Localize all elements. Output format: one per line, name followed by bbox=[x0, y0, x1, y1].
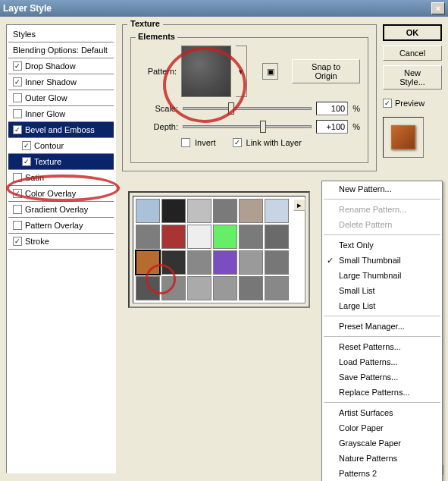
menu-item-text-only[interactable]: Text Only bbox=[322, 237, 442, 253]
new-pattern-icon-button[interactable]: ▣ bbox=[262, 63, 278, 80]
pattern-swatch-cell[interactable] bbox=[239, 225, 263, 249]
style-item-pattern-overlay[interactable]: Pattern Overlay bbox=[8, 218, 114, 234]
pattern-swatch-cell[interactable] bbox=[136, 250, 160, 275]
new-style-button[interactable]: New Style... bbox=[383, 65, 442, 90]
pattern-swatch-cell[interactable] bbox=[136, 199, 160, 223]
menu-item-label: Small Thumbnail bbox=[339, 256, 401, 265]
pattern-swatch-cell[interactable] bbox=[187, 276, 211, 300]
pattern-swatch[interactable] bbox=[181, 46, 231, 97]
style-checkbox[interactable] bbox=[13, 77, 22, 86]
pattern-swatch-cell[interactable] bbox=[187, 199, 211, 223]
menu-separator bbox=[324, 199, 440, 200]
menu-item-save-patterns[interactable]: Save Patterns... bbox=[322, 369, 442, 385]
menu-item-reset-patterns[interactable]: Reset Patterns... bbox=[322, 339, 442, 354]
style-item-bevel-and-emboss[interactable]: Bevel and Emboss bbox=[8, 122, 114, 138]
pattern-swatch-cell[interactable] bbox=[265, 199, 289, 223]
style-checkbox[interactable] bbox=[13, 237, 22, 246]
menu-item-small-thumbnail[interactable]: ✓Small Thumbnail bbox=[322, 253, 442, 268]
menu-item-label: Text Only bbox=[339, 240, 374, 250]
menu-separator bbox=[324, 336, 440, 337]
style-item-stroke[interactable]: Stroke bbox=[8, 234, 114, 250]
style-checkbox[interactable] bbox=[13, 205, 22, 214]
pattern-swatch-cell[interactable] bbox=[213, 199, 237, 223]
ok-button[interactable]: OK bbox=[383, 24, 442, 41]
scale-slider[interactable] bbox=[183, 107, 312, 110]
menu-item-artist-surfaces[interactable]: Artist Surfaces bbox=[322, 405, 442, 420]
pattern-swatch-cell[interactable] bbox=[265, 276, 289, 300]
pattern-context-menu: New Pattern...Rename Pattern...Delete Pa… bbox=[321, 181, 443, 481]
pattern-swatch-cell[interactable] bbox=[213, 225, 237, 249]
pattern-swatch-cell[interactable] bbox=[265, 250, 289, 275]
pattern-swatch-cell[interactable] bbox=[239, 276, 263, 300]
pattern-swatch-cell[interactable] bbox=[161, 250, 186, 275]
pattern-swatch-cell[interactable] bbox=[161, 225, 186, 249]
style-item-inner-shadow[interactable]: Inner Shadow bbox=[8, 74, 114, 90]
pattern-swatch-cell[interactable] bbox=[265, 225, 289, 249]
pattern-swatch-cell[interactable] bbox=[187, 225, 211, 249]
style-checkbox[interactable] bbox=[13, 93, 22, 102]
style-label: Contour bbox=[34, 141, 64, 150]
pattern-swatch-cell[interactable] bbox=[161, 276, 186, 300]
pattern-swatch-cell[interactable] bbox=[136, 225, 160, 249]
pattern-swatch-cell[interactable] bbox=[213, 250, 237, 275]
snap-to-origin-button[interactable]: Snap to Origin bbox=[292, 59, 360, 83]
pattern-picker-panel: ▸ bbox=[128, 191, 310, 308]
menu-item-preset-manager[interactable]: Preset Manager... bbox=[322, 319, 442, 334]
style-item-outer-glow[interactable]: Outer Glow bbox=[8, 90, 114, 106]
scale-pct: % bbox=[352, 104, 360, 113]
style-checkbox[interactable] bbox=[13, 109, 22, 118]
style-item-contour[interactable]: Contour bbox=[8, 138, 114, 154]
pattern-swatch-cell[interactable] bbox=[136, 276, 160, 300]
pattern-menu-button[interactable]: ▸ bbox=[293, 199, 305, 211]
close-button[interactable]: × bbox=[431, 2, 445, 14]
depth-input[interactable] bbox=[316, 120, 348, 134]
menu-item-label: Patterns 2 bbox=[339, 469, 377, 478]
style-item-inner-glow[interactable]: Inner Glow bbox=[8, 106, 114, 122]
styles-header[interactable]: Styles bbox=[8, 27, 114, 42]
pattern-swatch-cell[interactable] bbox=[187, 250, 211, 275]
pattern-swatch-cell[interactable] bbox=[239, 250, 263, 275]
new-doc-icon: ▣ bbox=[267, 67, 274, 77]
style-label: Bevel and Emboss bbox=[25, 125, 95, 134]
preview-checkbox[interactable] bbox=[383, 99, 392, 108]
pattern-dropdown[interactable]: ▾ bbox=[236, 46, 247, 97]
menu-item-nature-patterns[interactable]: Nature Patterns bbox=[322, 451, 442, 466]
menu-item-color-paper[interactable]: Color Paper bbox=[322, 420, 442, 435]
style-checkbox[interactable] bbox=[22, 157, 31, 166]
invert-checkbox[interactable] bbox=[181, 138, 190, 147]
style-item-texture[interactable]: Texture bbox=[8, 154, 114, 170]
pattern-swatch-cell[interactable] bbox=[239, 199, 263, 223]
scale-input[interactable] bbox=[316, 102, 348, 115]
link-with-layer-checkbox[interactable] bbox=[233, 138, 242, 147]
style-checkbox[interactable] bbox=[13, 125, 22, 134]
depth-slider[interactable] bbox=[183, 125, 312, 128]
style-item-color-overlay[interactable]: Color Overlay bbox=[8, 186, 114, 202]
dialog-title: Layer Style bbox=[3, 3, 52, 14]
blending-options[interactable]: Blending Options: Default bbox=[8, 42, 114, 58]
pattern-swatch-cell[interactable] bbox=[161, 199, 186, 223]
menu-item-new-pattern[interactable]: New Pattern... bbox=[322, 181, 442, 196]
cancel-button[interactable]: Cancel bbox=[383, 46, 442, 61]
menu-item-large-list[interactable]: Large List bbox=[322, 298, 442, 313]
menu-item-patterns-2[interactable]: Patterns 2 bbox=[322, 466, 442, 481]
style-item-satin[interactable]: Satin bbox=[8, 170, 114, 186]
menu-item-label: Replace Patterns... bbox=[339, 388, 410, 397]
style-checkbox[interactable] bbox=[13, 221, 22, 230]
style-label: Texture bbox=[34, 157, 61, 166]
menu-item-replace-patterns[interactable]: Replace Patterns... bbox=[322, 385, 442, 400]
style-checkbox[interactable] bbox=[13, 173, 22, 182]
menu-item-label: Save Patterns... bbox=[339, 373, 398, 382]
menu-item-grayscale-paper[interactable]: Grayscale Paper bbox=[322, 435, 442, 451]
link-label: Link with Layer bbox=[246, 138, 302, 147]
style-checkbox[interactable] bbox=[13, 189, 22, 198]
menu-item-large-thumbnail[interactable]: Large Thumbnail bbox=[322, 268, 442, 283]
menu-item-load-patterns[interactable]: Load Patterns... bbox=[322, 354, 442, 369]
style-checkbox[interactable] bbox=[13, 61, 22, 71]
menu-item-small-list[interactable]: Small List bbox=[322, 283, 442, 298]
style-checkbox[interactable] bbox=[22, 141, 31, 150]
style-label: Drop Shadow bbox=[25, 61, 76, 71]
style-item-gradient-overlay[interactable]: Gradient Overlay bbox=[8, 202, 114, 218]
menu-item-label: Load Patterns... bbox=[339, 357, 398, 366]
pattern-swatch-cell[interactable] bbox=[213, 276, 237, 300]
style-item-drop-shadow[interactable]: Drop Shadow bbox=[8, 58, 114, 74]
